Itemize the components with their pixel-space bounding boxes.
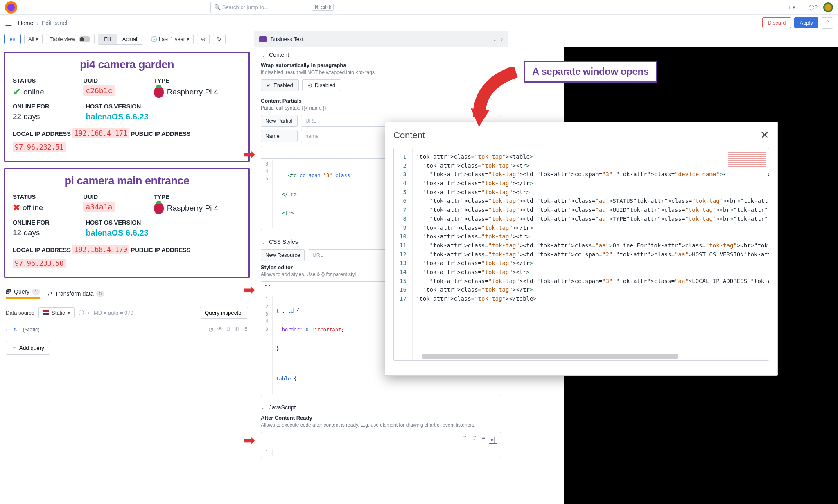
x-icon: ✖ [13, 202, 20, 213]
annotation-arrow-icon: ➡ [244, 281, 255, 298]
search-icon: 🔍 [214, 4, 221, 10]
device-card: pi camera main entrance STATUS ✖offline … [4, 168, 250, 278]
breadcrumb-home[interactable]: Home [18, 20, 33, 26]
user-avatar[interactable] [823, 2, 833, 12]
annotation-arrow-icon: ➡ [244, 146, 255, 162]
query-inspector-button[interactable]: Query inspector [200, 307, 248, 319]
datasource-select[interactable]: Static ▾ [38, 307, 75, 318]
search-placeholder: Search or jump to... [222, 4, 269, 10]
global-search[interactable]: 🔍 Search or jump to... ⌘ ctrl+k [210, 2, 337, 13]
datasource-row: Data source Static ▾ ⓘ › MD = auto = 979… [4, 303, 250, 323]
expand-icon[interactable]: ⛶ [264, 284, 271, 291]
raspberry-icon [154, 86, 164, 98]
test-button[interactable]: test [4, 34, 21, 44]
partials-desc: Partial call syntax: {{> name }} [261, 105, 501, 111]
file-icon[interactable]: 🗋 [462, 435, 468, 444]
uuid-label: UUID [83, 77, 145, 84]
chevron-right-icon[interactable]: › [88, 310, 90, 316]
breadcrumb-current: Edit panel [42, 20, 67, 26]
search-shortcut: ⌘ ctrl+k [312, 4, 334, 11]
section-header[interactable]: ⌄Content [261, 52, 501, 58]
tab-transform[interactable]: ⇄ Transform data 0 [47, 290, 104, 297]
eye-icon[interactable]: 👁 [217, 326, 223, 333]
query-row-actions: ◔ 👁 ⧉ 🗑 ⠿ [209, 326, 248, 333]
file-text-icon[interactable]: 🗎 [472, 435, 477, 444]
curved-arrow-icon [467, 68, 524, 129]
top-right-controls: + ▾ | ◯? [788, 2, 833, 12]
fill-actual-segment[interactable]: Fill Actual [98, 34, 143, 45]
device-title: pi camera main entrance [13, 175, 241, 187]
content-modal: Content ✕ 1234567891011121314151617 "tok… [385, 122, 778, 376]
query-type: (Static) [23, 326, 40, 333]
check-icon: ✔ [13, 86, 21, 98]
chevron-right-icon[interactable]: › [501, 36, 503, 42]
chevron-down-icon[interactable]: ⌄ [492, 36, 497, 42]
run-icon[interactable]: ▸| [489, 435, 497, 444]
close-icon[interactable]: ✕ [760, 129, 769, 142]
device-card: pi4 camera garden STATUS ✔online UUID c2… [4, 52, 250, 162]
zoom-out-icon[interactable]: ⊖ [197, 34, 210, 44]
app-logo[interactable] [5, 1, 17, 14]
duration-icon[interactable]: ◔ [209, 326, 213, 333]
disabled-button[interactable]: ⊘ Disabled [302, 79, 341, 91]
wrap-label: Wrap automatically in paragraphs [261, 62, 501, 68]
header-bar: ☰ Home › Edit panel Discard Apply ⌃ [0, 15, 838, 31]
header-actions: Discard Apply ⌃ [762, 17, 833, 29]
panel-type-bar[interactable]: Business Text ⌄› [254, 31, 508, 47]
discard-button[interactable]: Discard [762, 17, 791, 28]
expand-icon[interactable]: ⛶ [264, 436, 271, 443]
device-title: pi4 camera garden [13, 59, 241, 71]
hostos-value: balenaOS 6.6.23 [86, 112, 241, 122]
modal-title: Content [393, 130, 425, 141]
table-view-toggle[interactable]: Table view [46, 34, 95, 44]
panel-type-icon [259, 36, 267, 42]
menu-icon[interactable]: ☰ [5, 18, 12, 28]
fill-option[interactable]: Fill [98, 34, 117, 44]
online-for-value: 22 days [13, 112, 77, 121]
trash-icon[interactable]: 🗑 [235, 326, 240, 333]
enabled-button[interactable]: ✓ Enabled [261, 79, 299, 91]
type-label: TYPE [154, 77, 241, 84]
new-resource-label: New Resource [261, 249, 305, 261]
collapse-icon[interactable]: ⌃ [822, 17, 833, 29]
preview-pane: pi4 camera garden STATUS ✔online UUID c2… [0, 47, 254, 462]
time-range-picker[interactable]: 🕓 Last 1 year ▾ [147, 34, 194, 44]
refresh-icon[interactable]: ↻ [213, 34, 226, 44]
query-row[interactable]: › A (Static) ◔ 👁 ⧉ 🗑 ⠿ [4, 323, 250, 336]
wrap-desc: If disabled, result will NOT be wrapped … [261, 70, 501, 75]
query-tabs: 🗊 Query 1 ⇄ Transform data 0 [4, 284, 250, 303]
type-value: Raspberry Pi 4 [154, 86, 241, 98]
horizontal-scrollbar[interactable] [422, 354, 678, 359]
annotation-callout: A separate window opens [524, 61, 657, 83]
modal-code-editor[interactable]: 1234567891011121314151617 "tok-attr">cla… [393, 148, 769, 361]
online-for-label: ONLINE FOR [13, 103, 77, 110]
js-code[interactable]: 1 [261, 447, 501, 458]
uuid-value: c26b1c [83, 86, 115, 96]
minimap[interactable] [726, 151, 767, 180]
breadcrumb: Home › Edit panel [18, 20, 67, 26]
partials-label: Content Partials [261, 98, 501, 104]
info-icon[interactable]: ⓘ [79, 309, 84, 317]
wrap-icon[interactable]: ≡ [481, 435, 485, 444]
divider: | [801, 4, 802, 10]
js-section: ⌄JavaScript After Content Ready Allows t… [254, 400, 508, 462]
drag-icon[interactable]: ⠿ [244, 326, 248, 333]
md-text: MD = auto = 979 [94, 310, 133, 316]
add-menu[interactable]: + ▾ [788, 4, 795, 10]
all-dropdown[interactable]: All ▾ [24, 34, 43, 44]
copy-icon[interactable]: ⧉ [227, 326, 230, 333]
datasource-label: Data source [6, 310, 34, 316]
actual-option[interactable]: Actual [117, 34, 143, 44]
ip-line: LOCAL IP ADDRESS 192.168.4.171 PUBLIC IP… [13, 126, 241, 154]
apply-button[interactable]: Apply [794, 17, 818, 28]
name-label: Name [261, 130, 298, 142]
status-value: ✔online [13, 86, 75, 98]
help-icon[interactable]: ◯? [809, 4, 818, 10]
breadcrumb-sep: › [36, 20, 38, 26]
add-query-button[interactable]: ＋ Add query [6, 341, 50, 355]
raspberry-icon [154, 202, 164, 214]
expand-icon[interactable]: ⛶ [264, 149, 271, 156]
hostos-label: HOST OS VERSION [86, 103, 241, 110]
tab-query[interactable]: 🗊 Query 1 [6, 288, 40, 299]
status-label: STATUS [13, 77, 75, 84]
